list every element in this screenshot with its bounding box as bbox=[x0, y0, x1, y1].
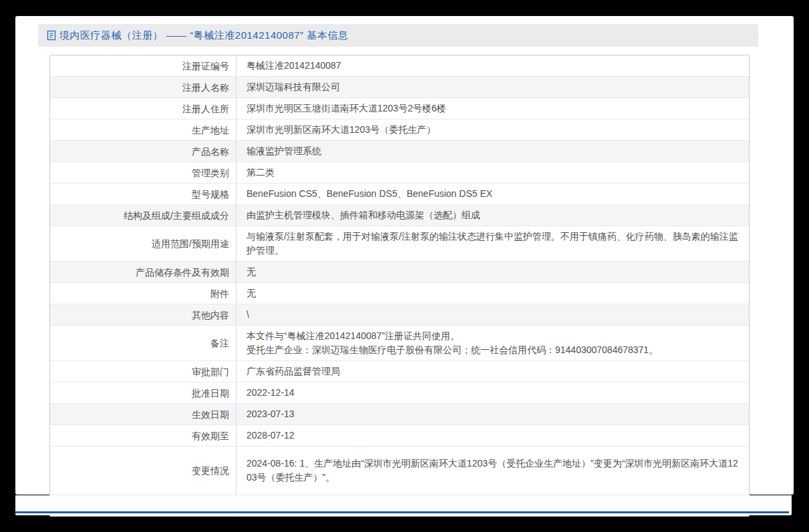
table-row: 产品储存条件及有效期无 bbox=[50, 261, 749, 282]
page-header: 境内医疗器械（注册） —— “粤械注准20142140087” 基本信息 bbox=[38, 24, 758, 47]
row-label-text: 其他内容 bbox=[192, 308, 229, 322]
row-label-text: 型号规格 bbox=[192, 188, 229, 201]
page-title: 境内医疗器械（注册） —— “粤械注准20142140087” 基本信息 bbox=[59, 29, 348, 42]
row-label-text: 注册人住所 bbox=[182, 102, 229, 115]
table-row: 生产地址深圳市光明新区南环大道1203号（委托生产） bbox=[50, 119, 749, 140]
row-label: 变更情况 bbox=[50, 447, 236, 495]
table-row: 审批部门广东省药品监督管理局 bbox=[50, 360, 749, 382]
next-section-strip bbox=[15, 495, 792, 515]
table-row: 附件无 bbox=[50, 282, 749, 304]
row-label: 附件 bbox=[50, 283, 236, 304]
row-label-text: 结构及组成/主要组成成分 bbox=[124, 209, 229, 222]
row-value-text: 深圳迈瑞科技有限公司 bbox=[247, 80, 740, 94]
row-label-text: 备注 bbox=[210, 336, 229, 350]
row-value-text: 与输液泵/注射泵配套，用于对输液泵/注射泵的输注状态进行集中监护管理。不用于镇痛… bbox=[247, 230, 740, 258]
info-table: 注册证编号粤械注准20142140087注册人名称深圳迈瑞科技有限公司注册人住所… bbox=[49, 55, 750, 517]
row-value-text: 深圳市光明区玉塘街道南环大道1203号2号楼6楼 bbox=[247, 101, 740, 115]
document-icon bbox=[47, 30, 56, 41]
row-label: 注册人名称 bbox=[50, 77, 236, 97]
row-value-text: 深圳市光明新区南环大道1203号（委托生产） bbox=[247, 123, 740, 137]
row-label-text: 附件 bbox=[210, 287, 229, 300]
row-label-text: 注册证编号 bbox=[182, 59, 229, 73]
row-value: 粤械注准20142140087 bbox=[236, 55, 749, 76]
row-label-text: 产品储存条件及有效期 bbox=[136, 266, 229, 279]
table-row: 注册证编号粤械注准20142140087 bbox=[50, 55, 749, 76]
row-value-text: BeneFusion CS5、BeneFusion DS5、BeneFusion… bbox=[247, 187, 740, 201]
row-value: 输液监护管理系统 bbox=[236, 141, 749, 162]
row-label-text: 生效日期 bbox=[192, 408, 229, 421]
row-value-text: 2022-12-14 bbox=[247, 386, 740, 400]
row-value-line: 本文件与“粤械注准20142140087”注册证共同使用。 bbox=[247, 329, 740, 343]
row-value: BeneFusion CS5、BeneFusion DS5、BeneFusion… bbox=[236, 184, 749, 204]
row-label: 生产地址 bbox=[50, 119, 236, 140]
row-label: 审批部门 bbox=[50, 361, 236, 382]
row-label: 型号规格 bbox=[50, 184, 236, 204]
row-label: 适用范围/预期用途 bbox=[50, 226, 236, 261]
row-label: 有效期至 bbox=[50, 425, 236, 446]
table-row: 型号规格BeneFusion CS5、BeneFusion DS5、BeneFu… bbox=[50, 183, 749, 204]
table-row: 其他内容\ bbox=[50, 304, 749, 325]
row-value-text: 无 bbox=[247, 265, 740, 279]
row-label: 批准日期 bbox=[50, 382, 236, 403]
table-row: 批准日期2022-12-14 bbox=[50, 382, 749, 403]
row-label-text: 产品名称 bbox=[192, 145, 229, 158]
row-label: 生效日期 bbox=[50, 404, 236, 425]
row-value: 广东省药品监督管理局 bbox=[236, 361, 749, 382]
row-label: 备注 bbox=[50, 326, 236, 360]
row-label: 管理类别 bbox=[50, 162, 236, 183]
row-label-text: 生产地址 bbox=[192, 123, 229, 137]
row-label-text: 有效期至 bbox=[192, 429, 229, 443]
row-value: 2024-08-16: 1、生产地址由“深圳市光明新区南环大道1203号（受托企… bbox=[236, 447, 749, 495]
table-row: 备注本文件与“粤械注准20142140087”注册证共同使用。受托生产企业：深圳… bbox=[50, 325, 749, 360]
row-value-text: 2024-08-16: 1、生产地址由“深圳市光明新区南环大道1203号（受托企… bbox=[247, 457, 740, 485]
row-value: 2023-07-13 bbox=[236, 404, 749, 425]
row-value-text: 2023-07-13 bbox=[247, 407, 740, 421]
row-value: 无 bbox=[236, 283, 749, 304]
row-value-text: 广东省药品监督管理局 bbox=[247, 364, 740, 378]
table-row: 注册人名称深圳迈瑞科技有限公司 bbox=[50, 76, 749, 97]
row-label-text: 适用范围/预期用途 bbox=[152, 237, 229, 250]
row-value: 与输液泵/注射泵配套，用于对输液泵/注射泵的输注状态进行集中监护管理。不用于镇痛… bbox=[236, 226, 749, 261]
detail-card: 境内医疗器械（注册） —— “粤械注准20142140087” 基本信息 注册证… bbox=[15, 16, 794, 495]
row-value-text: 由监护主机管理模块、插件箱和移动电源架（选配）组成 bbox=[247, 208, 740, 222]
row-value: 2022-12-14 bbox=[236, 382, 749, 403]
row-value: 深圳市光明区玉塘街道南环大道1203号2号楼6楼 bbox=[236, 98, 749, 119]
table-row: 适用范围/预期用途与输液泵/注射泵配套，用于对输液泵/注射泵的输注状态进行集中监… bbox=[50, 226, 749, 261]
row-label: 注册人住所 bbox=[50, 98, 236, 119]
row-label-text: 变更情况 bbox=[192, 464, 229, 477]
table-row: 结构及组成/主要组成成分由监护主机管理模块、插件箱和移动电源架（选配）组成 bbox=[50, 204, 749, 226]
row-value-text: \ bbox=[247, 308, 740, 322]
row-value: 深圳迈瑞科技有限公司 bbox=[236, 77, 749, 97]
table-row: 生效日期2023-07-13 bbox=[50, 403, 749, 425]
row-value: 由监护主机管理模块、插件箱和移动电源架（选配）组成 bbox=[236, 205, 749, 226]
row-value: 2028-07-12 bbox=[236, 425, 749, 446]
row-label-text: 批准日期 bbox=[192, 386, 229, 400]
row-label: 结构及组成/主要组成成分 bbox=[50, 205, 236, 226]
row-label: 产品名称 bbox=[50, 141, 236, 162]
row-label-text: 管理类别 bbox=[192, 166, 229, 180]
table-row: 管理类别第二类 bbox=[50, 162, 749, 183]
row-value-text: 无 bbox=[247, 286, 740, 300]
row-value: 本文件与“粤械注准20142140087”注册证共同使用。受托生产企业：深圳迈瑞… bbox=[236, 326, 749, 360]
table-row: 产品名称输液监护管理系统 bbox=[50, 140, 749, 162]
row-value-text: 输液监护管理系统 bbox=[247, 144, 740, 158]
row-value: \ bbox=[236, 304, 749, 325]
table-row: 有效期至2028-07-12 bbox=[50, 425, 749, 446]
row-value-text: 2028-07-12 bbox=[247, 429, 740, 443]
table-row: 变更情况2024-08-16: 1、生产地址由“深圳市光明新区南环大道1203号… bbox=[50, 446, 749, 495]
row-value-text: 第二类 bbox=[247, 166, 740, 180]
row-value-text: 粤械注准20142140087 bbox=[247, 59, 740, 73]
row-label-text: 注册人名称 bbox=[182, 81, 229, 94]
row-value-line: 受托生产企业：深圳迈瑞生物医疗电子股份有限公司；统一社会信用代码：9144030… bbox=[247, 343, 740, 357]
row-label: 注册证编号 bbox=[50, 55, 236, 76]
row-label-text: 审批部门 bbox=[192, 365, 229, 378]
row-value: 第二类 bbox=[236, 162, 749, 183]
row-label: 产品储存条件及有效期 bbox=[50, 262, 236, 282]
row-value: 无 bbox=[236, 262, 749, 282]
row-value: 深圳市光明新区南环大道1203号（委托生产） bbox=[236, 119, 749, 140]
row-label: 其他内容 bbox=[50, 304, 236, 325]
table-row: 注册人住所深圳市光明区玉塘街道南环大道1203号2号楼6楼 bbox=[50, 97, 749, 119]
